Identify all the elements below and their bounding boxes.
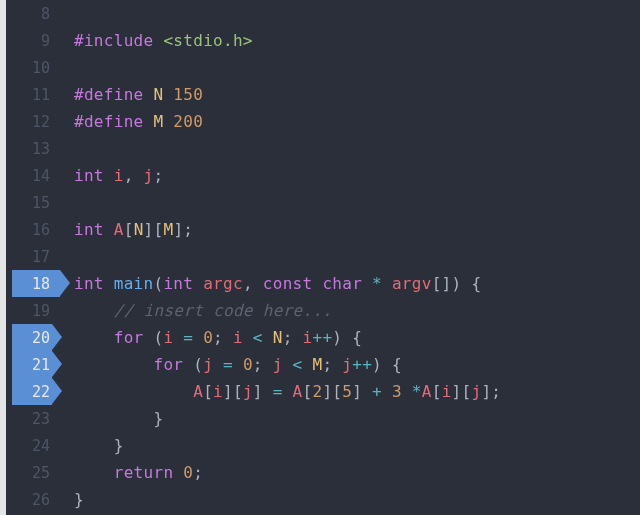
code-token: int — [163, 274, 193, 293]
code-content[interactable]: } — [60, 409, 163, 428]
code-content[interactable]: return 0; — [60, 463, 203, 482]
code-content[interactable]: for (j = 0; j < M; j++) { — [60, 355, 402, 374]
line-number[interactable]: 21 — [6, 356, 60, 374]
line-number[interactable]: 17 — [6, 248, 60, 266]
code-token — [74, 409, 153, 428]
code-content[interactable]: for (i = 0; i < N; i++) { — [60, 328, 362, 347]
line-number[interactable]: 15 — [6, 194, 60, 212]
code-token — [74, 355, 153, 374]
code-line[interactable]: 13 — [6, 135, 640, 162]
code-line[interactable]: 17 — [6, 243, 640, 270]
line-number[interactable]: 23 — [6, 410, 60, 428]
code-token: } — [114, 436, 124, 455]
code-editor[interactable]: 89#include <stdio.h>1011#define N 15012#… — [6, 0, 640, 515]
code-token — [163, 112, 173, 131]
code-token: i — [213, 382, 223, 401]
line-number[interactable]: 16 — [6, 221, 60, 239]
line-number[interactable]: 19 — [6, 302, 60, 320]
code-line[interactable]: 9#include <stdio.h> — [6, 27, 640, 54]
code-token: j — [144, 166, 154, 185]
code-token: [ — [432, 382, 442, 401]
code-line[interactable]: 19 // insert code here... — [6, 297, 640, 324]
code-content[interactable]: #include <stdio.h> — [60, 31, 253, 50]
code-token: 0 — [183, 463, 193, 482]
code-token: * — [412, 382, 422, 401]
code-line[interactable]: 12#define M 200 — [6, 108, 640, 135]
code-line[interactable]: 21 for (j = 0; j < M; j++) { — [6, 351, 640, 378]
code-token: #define — [74, 85, 153, 104]
code-token: } — [153, 409, 163, 428]
code-token: * — [372, 274, 382, 293]
line-number[interactable]: 20 — [6, 329, 60, 347]
code-line[interactable]: 22 A[i][j] = A[2][5] + 3 *A[i][j]; — [6, 378, 640, 405]
code-token: = — [273, 382, 283, 401]
code-line[interactable]: 8 — [6, 0, 640, 27]
code-token: ; — [283, 328, 303, 347]
line-number[interactable]: 25 — [6, 464, 60, 482]
code-content[interactable]: A[i][j] = A[2][5] + 3 *A[i][j]; — [60, 382, 501, 401]
line-number[interactable]: 13 — [6, 140, 60, 158]
code-line[interactable]: 23 } — [6, 405, 640, 432]
code-line[interactable]: 18int main(int argc, const char * argv[]… — [6, 270, 640, 297]
code-token: j — [203, 355, 213, 374]
line-number[interactable]: 8 — [6, 5, 60, 23]
code-token: argv — [392, 274, 432, 293]
code-token: ; — [154, 166, 164, 185]
code-token — [283, 382, 293, 401]
code-token: ; — [253, 355, 273, 374]
code-token — [74, 436, 114, 455]
code-token: 0 — [243, 355, 253, 374]
line-number[interactable]: 18 — [6, 275, 60, 293]
code-token: // insert code here... — [114, 301, 333, 320]
code-token: 0 — [203, 328, 213, 347]
code-token: 2 — [312, 382, 322, 401]
code-content[interactable]: int main(int argc, const char * argv[]) … — [60, 274, 481, 293]
code-token: ( — [193, 355, 203, 374]
code-token: M — [153, 112, 163, 131]
code-token — [74, 301, 114, 320]
line-number[interactable]: 11 — [6, 86, 60, 104]
code-line[interactable]: 24 } — [6, 432, 640, 459]
code-token — [74, 463, 114, 482]
code-content[interactable]: } — [60, 436, 124, 455]
code-content[interactable]: } — [60, 490, 84, 509]
code-token: ( — [153, 274, 163, 293]
line-number[interactable]: 9 — [6, 32, 60, 50]
code-token: j — [342, 355, 352, 374]
code-token: ]; — [481, 382, 501, 401]
code-token: N — [273, 328, 283, 347]
code-token: ] — [253, 382, 273, 401]
code-line[interactable]: 15 — [6, 189, 640, 216]
line-number[interactable]: 14 — [6, 167, 60, 185]
code-token: ) { — [372, 355, 402, 374]
code-line[interactable]: 11#define N 150 — [6, 81, 640, 108]
code-line[interactable]: 25 return 0; — [6, 459, 640, 486]
code-line[interactable]: 10 — [6, 54, 640, 81]
code-content[interactable]: int A[N][M]; — [60, 220, 193, 239]
code-token: <stdio.h> — [163, 31, 252, 50]
line-number[interactable]: 24 — [6, 437, 60, 455]
code-token: int — [74, 220, 104, 239]
code-line[interactable]: 20 for (i = 0; i < N; i++) { — [6, 324, 640, 351]
code-line[interactable]: 16int A[N][M]; — [6, 216, 640, 243]
code-token: } — [74, 490, 84, 509]
code-content[interactable]: // insert code here... — [60, 301, 332, 320]
code-token: 200 — [173, 112, 203, 131]
code-line[interactable]: 14int i, j; — [6, 162, 640, 189]
line-number[interactable]: 26 — [6, 491, 60, 509]
code-content[interactable]: #define M 200 — [60, 112, 203, 131]
code-token: [ — [303, 382, 313, 401]
code-line[interactable]: 26} — [6, 486, 640, 513]
code-token: j — [273, 355, 283, 374]
line-number[interactable]: 10 — [6, 59, 60, 77]
code-content[interactable]: int i, j; — [60, 166, 163, 185]
code-token — [283, 355, 293, 374]
code-token: ; — [193, 463, 203, 482]
code-token: ++ — [352, 355, 372, 374]
line-number[interactable]: 12 — [6, 113, 60, 131]
code-token: = — [183, 328, 193, 347]
code-token: A — [114, 220, 124, 239]
line-number[interactable]: 22 — [6, 383, 60, 401]
code-token — [144, 328, 154, 347]
code-content[interactable]: #define N 150 — [60, 85, 203, 104]
